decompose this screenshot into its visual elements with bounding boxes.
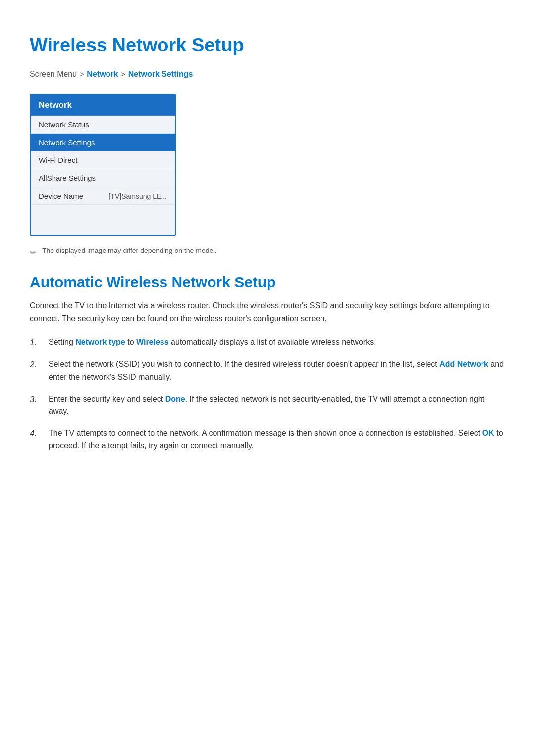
steps-list: 1. Setting Network type to Wireless auto… [30,336,505,452]
step-4-text: The TV attempts to connect to the networ… [49,427,505,452]
section-title: Automatic Wireless Network Setup [30,274,505,291]
breadcrumb-sep-1: > [80,70,84,78]
menu-item-network-settings[interactable]: Network Settings [31,134,175,151]
step-3-number: 3. [30,393,41,418]
step-3-text: Enter the security key and select Done. … [49,393,505,418]
note-row: ✏ The displayed image may differ dependi… [30,247,505,258]
pencil-icon: ✏ [30,247,37,258]
step-1: 1. Setting Network type to Wireless auto… [30,336,505,349]
step-2-text: Select the network (SSID) you wish to co… [49,358,505,383]
step-2: 2. Select the network (SSID) you wish to… [30,358,505,383]
breadcrumb-screen-menu: Screen Menu [30,70,77,79]
menu-item-wifi-direct[interactable]: Wi-Fi Direct [31,151,175,169]
breadcrumb: Screen Menu > Network > Network Settings [30,70,505,79]
breadcrumb-network-settings[interactable]: Network Settings [128,70,193,79]
step-2-number: 2. [30,358,41,383]
highlight-network-type: Network type [75,338,125,346]
highlight-add-network: Add Network [439,360,488,368]
highlight-wireless: Wireless [136,338,169,346]
breadcrumb-sep-2: > [121,70,125,78]
menu-item-device-name[interactable]: Device Name [TV]Samsung LE... [31,187,175,205]
note-text: The displayed image may differ depending… [42,247,216,254]
step-3: 3. Enter the security key and select Don… [30,393,505,418]
step-4-number: 4. [30,427,41,452]
step-4: 4. The TV attempts to connect to the net… [30,427,505,452]
menu-panel-header: Network [31,95,175,116]
step-1-text: Setting Network type to Wireless automat… [49,336,505,349]
menu-panel: Network Network Status Network Settings … [30,94,176,236]
breadcrumb-network[interactable]: Network [87,70,118,79]
highlight-ok: OK [482,429,494,437]
section-intro: Connect the TV to the Internet via a wir… [30,300,505,325]
page-title: Wireless Network Setup [30,35,505,56]
menu-empty-space [31,205,175,235]
step-1-number: 1. [30,336,41,349]
highlight-done: Done [165,395,185,403]
menu-item-allshare-settings[interactable]: AllShare Settings [31,169,175,187]
menu-item-network-status[interactable]: Network Status [31,116,175,134]
